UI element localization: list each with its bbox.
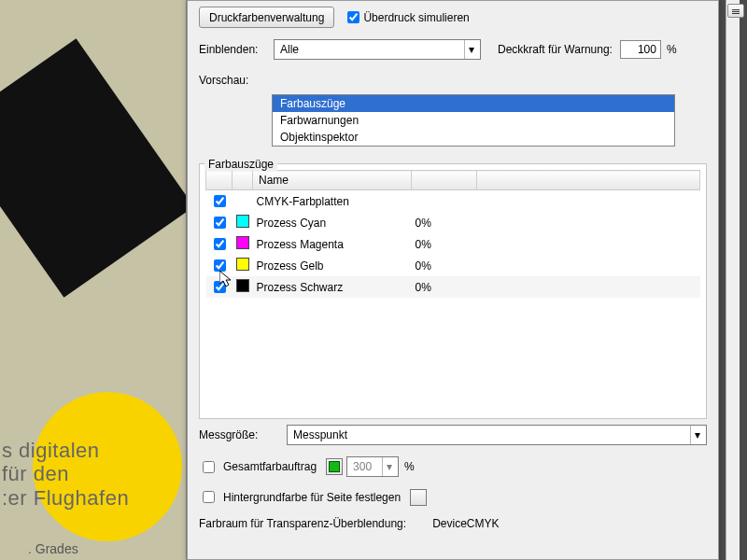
chevron-down-icon: ▾	[690, 426, 704, 444]
separation-pct: 0%	[412, 233, 477, 255]
opacity-label: Deckkraft für Warnung:	[498, 43, 613, 56]
right-panel-rail	[726, 0, 740, 560]
total-area-coverage-checkbox[interactable]	[203, 461, 215, 473]
blend-space-label: Farbraum für Transparenz-Überblendung:	[199, 517, 406, 530]
show-label: Einblenden:	[199, 43, 266, 56]
preview-item-objektinspektor[interactable]: Objektinspektor	[273, 129, 674, 146]
separation-name: Prozess Magenta	[253, 233, 412, 255]
preview-item-farbauszüge[interactable]: Farbauszüge	[273, 95, 674, 112]
separations-col-check[interactable]	[206, 171, 233, 190]
output-preview-panel: Druckfarbenverwaltung Überdruck simulier…	[187, 0, 719, 560]
panel-menu-icon[interactable]	[727, 4, 744, 18]
separation-name: Prozess Schwarz	[253, 276, 412, 298]
separation-name: Prozess Cyan	[253, 212, 412, 233]
separation-swatch	[236, 236, 249, 249]
show-combobox-value: Alle	[280, 43, 299, 56]
separations-table: Name CMYK-FarbplattenProzess Cyan0%Proze…	[205, 170, 700, 298]
separation-checkbox[interactable]	[214, 217, 226, 229]
preview-listbox[interactable]: FarbauszügeFarbwarnungenObjektinspektor	[272, 94, 675, 147]
separations-col-spacer	[477, 171, 700, 190]
chevron-down-icon: ▾	[382, 457, 396, 476]
separation-checkbox[interactable]	[214, 238, 226, 250]
measure-combobox-value: Messpunkt	[293, 428, 347, 441]
document-canvas: s s digitalen für den :er Flughafen . Gr…	[0, 0, 187, 560]
doc-shape-plane	[0, 38, 187, 298]
simulate-overprint-checkbox[interactable]	[347, 11, 359, 23]
ink-management-button[interactable]: Druckfarbenverwaltung	[199, 7, 334, 28]
tac-value: 300	[353, 460, 372, 473]
doc-subtext: s digitalen für den :er Flughafen	[2, 439, 129, 510]
blend-space-value: DeviceCMYK	[432, 517, 499, 530]
page-bg-swatch[interactable]	[410, 489, 427, 506]
doc-grades: . Grades	[28, 541, 78, 556]
separations-col-swatch[interactable]	[233, 171, 253, 190]
show-combobox[interactable]: Alle ▾	[274, 39, 481, 60]
table-row[interactable]: Prozess Cyan0%	[206, 212, 700, 233]
separation-name: Prozess Gelb	[253, 255, 412, 276]
page-bg-label: Hintergrundfarbe für Seite festlegen	[223, 491, 401, 504]
page-bg-checkbox[interactable]	[203, 491, 215, 503]
simulate-overprint-label: Überdruck simulieren	[363, 11, 469, 24]
separation-pct: 0%	[412, 276, 477, 298]
separation-pct: 0%	[412, 212, 477, 233]
preview-item-farbwarnungen[interactable]: Farbwarnungen	[273, 112, 674, 129]
opacity-unit: %	[667, 43, 677, 56]
tac-value-combobox[interactable]: 300 ▾	[346, 456, 399, 477]
separations-title: Farbauszüge	[204, 158, 277, 171]
opacity-input[interactable]	[620, 40, 661, 59]
preview-label: Vorschau:	[199, 71, 266, 87]
separations-col-pct[interactable]	[412, 171, 477, 190]
separation-swatch	[236, 279, 249, 292]
tac-color-swatch[interactable]	[326, 458, 343, 475]
separation-swatch	[236, 215, 249, 228]
chevron-down-icon: ▾	[464, 40, 478, 59]
table-row[interactable]: Prozess Schwarz0%	[206, 276, 700, 298]
table-row[interactable]: Prozess Gelb0%	[206, 255, 700, 276]
tac-unit: %	[404, 460, 415, 473]
table-row[interactable]: Prozess Magenta0%	[206, 233, 700, 255]
separation-pct	[412, 190, 477, 213]
separations-col-name[interactable]: Name	[253, 171, 412, 190]
table-row[interactable]: CMYK-Farbplatten	[206, 190, 700, 213]
separation-swatch	[236, 258, 249, 271]
total-area-coverage-label: Gesamtfarbauftrag	[223, 460, 317, 473]
separation-checkbox[interactable]	[214, 281, 226, 293]
separation-checkbox[interactable]	[214, 259, 226, 272]
measure-combobox[interactable]: Messpunkt ▾	[287, 425, 707, 445]
separation-pct: 0%	[412, 255, 477, 276]
separation-name: CMYK-Farbplatten	[253, 190, 412, 213]
separation-checkbox[interactable]	[214, 195, 226, 207]
measure-label: Messgröße:	[199, 428, 279, 441]
